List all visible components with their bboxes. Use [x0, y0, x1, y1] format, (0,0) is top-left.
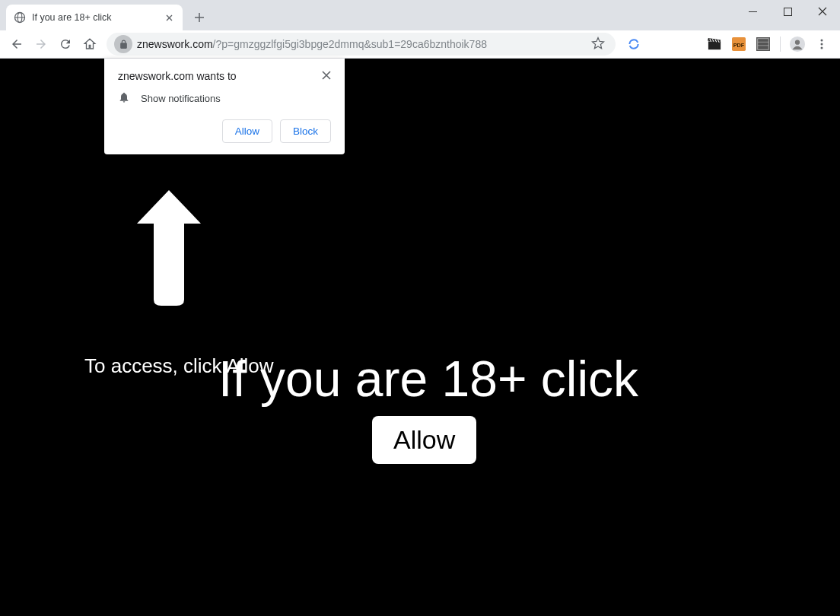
reload-button[interactable] — [53, 32, 78, 56]
bell-icon — [118, 91, 130, 106]
forward-button[interactable] — [29, 32, 53, 56]
browser-toolbar: znewswork.com/?p=gmzggzlfgi5gi3bpge2dmmq… — [0, 30, 840, 59]
clapperboard-icon[interactable] — [704, 33, 725, 55]
extensions-icons: PDF — [701, 33, 835, 55]
close-window-button[interactable] — [805, 0, 840, 23]
menu-button[interactable] — [811, 33, 832, 55]
maximize-button[interactable] — [770, 0, 805, 23]
toolbar-separator — [780, 37, 781, 52]
url-path: /?p=gmzggzlfgi5gi3bpge2dmmq&sub1=29ca6bz… — [213, 38, 487, 50]
url-text: znewswork.com/?p=gmzggzlfgi5gi3bpge2dmmq… — [137, 38, 588, 50]
new-tab-button[interactable] — [189, 7, 210, 28]
svg-point-15 — [821, 43, 823, 46]
extensions-area — [620, 33, 648, 55]
svg-rect-0 — [749, 11, 757, 12]
address-bar[interactable]: znewswork.com/?p=gmzggzlfgi5gi3bpge2dmmq… — [107, 33, 616, 56]
svg-point-16 — [821, 47, 823, 49]
permission-title: znewswork.com wants to — [118, 70, 237, 82]
permission-row: Show notifications — [118, 91, 331, 106]
refresh-extension-icon[interactable] — [623, 33, 644, 55]
back-button[interactable] — [5, 32, 29, 56]
globe-icon — [14, 11, 26, 24]
svg-point-13 — [795, 40, 800, 45]
grid-extension-icon[interactable] — [752, 33, 774, 55]
page-allow-button[interactable]: Allow — [372, 416, 476, 464]
site-info-button[interactable] — [114, 35, 132, 53]
svg-point-14 — [821, 40, 823, 42]
url-domain: znewswork.com — [137, 38, 213, 50]
tab-title: If you are 18+ click — [32, 12, 163, 23]
permission-close-button[interactable] — [322, 70, 331, 82]
svg-rect-8 — [756, 37, 770, 51]
svg-text:PDF: PDF — [733, 42, 745, 49]
pdf-extension-icon[interactable]: PDF — [728, 33, 749, 55]
allow-button[interactable]: Allow — [222, 119, 272, 143]
headline-text: If you are 18+ click — [218, 350, 638, 408]
svg-rect-5 — [708, 41, 721, 49]
notification-permission-dialog: znewswork.com wants to Show notification… — [104, 59, 345, 154]
bookmark-star-button[interactable] — [588, 37, 608, 52]
window-controls — [735, 0, 840, 23]
browser-tab[interactable]: If you are 18+ click — [6, 5, 183, 30]
profile-avatar-button[interactable] — [787, 33, 808, 55]
home-button[interactable] — [78, 32, 102, 56]
block-button[interactable]: Block — [280, 119, 331, 143]
arrow-up-icon — [131, 184, 207, 315]
tab-bar: If you are 18+ click — [0, 0, 840, 30]
permission-row-text: Show notifications — [141, 93, 221, 104]
minimize-button[interactable] — [735, 0, 770, 23]
svg-rect-1 — [784, 8, 791, 15]
close-tab-button[interactable] — [163, 11, 175, 24]
